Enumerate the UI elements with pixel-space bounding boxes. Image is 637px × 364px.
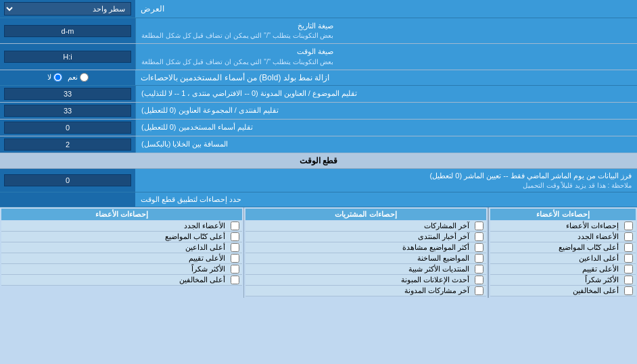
top-row: العرض سطر واحد سطران ثلاثة أسطر [0, 0, 637, 18]
stat-members-checkbox-3[interactable] [624, 254, 633, 263]
stat-posts-checkbox-1[interactable] [475, 232, 483, 241]
stat-posts-label-3: المواضيع الساخنة [248, 254, 469, 263]
stat-members-checkbox-6[interactable] [624, 286, 633, 295]
stat-posts-label-5: أحدث الإعلانات المبونة [248, 276, 469, 284]
stat-members-label-4: الأعلى تقييم [493, 265, 619, 274]
stat-members-item-1: الأعضاء الجدد [490, 232, 636, 242]
stat-members2-checkbox-4[interactable] [231, 265, 239, 274]
time-format-label-line1: صيغة الوقت [141, 47, 333, 57]
stats-define-right [0, 192, 135, 207]
stat-posts-label-4: المنتديات الأكثر شبية [248, 265, 469, 274]
stats-col-members2: إحصاءات الأعضاء الأعضاء الجدد أعلى كتّاب… [0, 207, 243, 298]
bold-remove-no-label[interactable]: لا [47, 73, 62, 82]
stat-posts-label-6: آخر مشاركات المدونة [248, 286, 469, 295]
date-format-label-line2: بعض التكوينات يتطلب "/" التي يمكن ان تضا… [141, 31, 333, 41]
stat-members2-item-1: أعلى كتّاب المواضيع [1, 232, 242, 242]
stat-members2-checkbox-0[interactable] [231, 222, 239, 230]
display-mode-select[interactable]: سطر واحد سطران ثلاثة أسطر [4, 2, 131, 16]
stats-col-members2-header-text: إحصاءات الأعضاء [95, 210, 148, 218]
stat-members-label-1: الأعضاء الجدد [493, 232, 619, 241]
date-format-input[interactable] [4, 25, 131, 37]
stat-members2-label-4: الأكثر شكراً [4, 265, 225, 274]
date-format-input-cell [0, 18, 135, 43]
stats-define-label-text: حدد إحصاءات لتطبيق قطع الوقت [135, 192, 637, 207]
stat-members2-checkbox-1[interactable] [231, 232, 239, 241]
stat-members-checkbox-5[interactable] [624, 276, 633, 284]
cut-time-header-text: قطع الوقت [300, 156, 337, 165]
stat-posts-checkbox-6[interactable] [475, 286, 483, 295]
stat-posts-checkbox-0[interactable] [475, 222, 483, 230]
user-order-label: تقليم أسماء المستخدمين (0 للتعطيل) [135, 120, 637, 136]
date-format-label-line1: صيغة التاريخ [141, 21, 333, 31]
stats-col-posts-header-text: إحصاءات المشتريات [335, 210, 396, 218]
bold-remove-no-radio[interactable] [53, 73, 62, 82]
cell-spacing-input-cell [0, 136, 135, 153]
stat-members-checkbox-4[interactable] [624, 265, 633, 274]
stat-members-label-5: الأكثر شكراً [493, 276, 619, 284]
stat-members-label-3: أعلى الداعين [493, 254, 619, 263]
bold-remove-row: ازالة نمط بولد (Bold) من أسماء المستخدمي… [0, 70, 637, 86]
time-format-label: صيغة الوقت بعض التكوينات يتطلب "/" التي … [135, 44, 637, 69]
stat-members2-checkbox-3[interactable] [231, 254, 239, 263]
stats-col-posts: إحصاءات المشتريات آخر المشاركات آخر أخبا… [243, 207, 488, 298]
stat-posts-label-2: أكثر المواضيع مشاهدة [248, 243, 469, 252]
stat-posts-checkbox-3[interactable] [475, 254, 483, 263]
stat-members-label-0: إحصاءات الأعضاء [493, 222, 619, 230]
topic-order-label: تقليم الموضوع / العناوين المدونة (0 -- ا… [135, 86, 637, 102]
cell-spacing-row: المسافة بين الخلايا (بالبكسل) [0, 136, 637, 153]
stat-members2-label-3: الأعلى تقييم [4, 254, 225, 263]
stat-members2-item-3: الأعلى تقييم [1, 253, 242, 264]
forum-order-input-cell [0, 103, 135, 119]
user-order-input-cell [0, 120, 135, 136]
stat-members-checkbox-0[interactable] [624, 222, 633, 230]
cut-time-detail-input-cell [0, 169, 135, 192]
bold-remove-radio-cell: نعم لا [0, 70, 135, 85]
stat-posts-checkbox-4[interactable] [475, 265, 483, 274]
stat-members2-checkbox-2[interactable] [231, 243, 239, 252]
stats-col-members2-header: إحصاءات الأعضاء [1, 209, 242, 220]
date-format-label: صيغة التاريخ بعض التكوينات يتطلب "/" الت… [135, 18, 637, 43]
time-format-row: صيغة الوقت بعض التكوينات يتطلب "/" التي … [0, 44, 637, 70]
stat-members2-checkbox-5[interactable] [231, 276, 239, 284]
stat-posts-item-1: آخر أخبار المنتدى [245, 232, 486, 242]
bottom-stats-area: إحصاءات الأعضاء إحصاءات الأعضاء الأعضاء … [0, 207, 637, 298]
cell-spacing-label: المسافة بين الخلايا (بالبكسل) [135, 136, 637, 153]
bold-remove-label-text: ازالة نمط بولد (Bold) من أسماء المستخدمي… [141, 73, 329, 82]
time-format-input[interactable] [4, 51, 131, 63]
bold-remove-no-text: لا [47, 73, 51, 82]
stat-posts-checkbox-2[interactable] [475, 243, 483, 252]
stat-members-checkbox-2[interactable] [624, 243, 633, 252]
stat-members2-item-0: الأعضاء الجدد [1, 221, 242, 232]
stat-members-label-6: أعلى المخالفين [493, 286, 619, 295]
stat-members-checkbox-1[interactable] [624, 232, 633, 241]
cut-time-detail-input[interactable] [4, 174, 131, 186]
forum-order-row: تقليم الفنتدى / المجموعة العناوين (0 للت… [0, 103, 637, 120]
bold-remove-yes-radio[interactable] [80, 73, 89, 82]
main-container: العرض سطر واحد سطران ثلاثة أسطر صيغة الت… [0, 0, 637, 298]
bold-remove-label: ازالة نمط بولد (Bold) من أسماء المستخدمي… [135, 70, 637, 85]
stats-col-members: إحصاءات الأعضاء إحصاءات الأعضاء الأعضاء … [488, 207, 637, 298]
stat-posts-label-0: آخر المشاركات [248, 222, 469, 230]
cut-time-section-header: قطع الوقت [0, 153, 637, 169]
forum-order-input[interactable] [4, 105, 131, 117]
topic-order-label-text: تقليم الموضوع / العناوين المدونة (0 -- ا… [141, 88, 357, 99]
stat-members-item-5: الأكثر شكراً [490, 275, 636, 286]
bold-remove-yes-text: نعم [68, 73, 78, 82]
bold-remove-yes-label[interactable]: نعم [68, 73, 89, 82]
cut-time-detail-sub-label: ملاحظة : هذا قد يزيد قليلاً وقت التحميل [523, 182, 632, 189]
page-title-text: العرض [141, 4, 164, 14]
user-order-input[interactable] [4, 122, 131, 134]
cell-spacing-input[interactable] [4, 138, 131, 151]
cell-spacing-label-text: المسافة بين الخلايا (بالبكسل) [141, 139, 229, 149]
stat-posts-item-0: آخر المشاركات [245, 221, 486, 232]
stat-posts-item-5: أحدث الإعلانات المبونة [245, 275, 486, 286]
stat-members-item-0: إحصاءات الأعضاء [490, 221, 636, 232]
stat-posts-checkbox-5[interactable] [475, 276, 483, 284]
top-dropdown-cell: سطر واحد سطران ثلاثة أسطر [0, 0, 135, 18]
stat-members2-item-4: الأكثر شكراً [1, 264, 242, 275]
stats-col-posts-header: إحصاءات المشتريات [245, 209, 486, 220]
stat-members-item-2: أعلى كتّاب المواضيع [490, 242, 636, 253]
stats-col-members-header-text: إحصاءات الأعضاء [536, 210, 589, 218]
user-order-row: تقليم أسماء المستخدمين (0 للتعطيل) [0, 120, 637, 136]
topic-order-input[interactable] [4, 88, 131, 100]
